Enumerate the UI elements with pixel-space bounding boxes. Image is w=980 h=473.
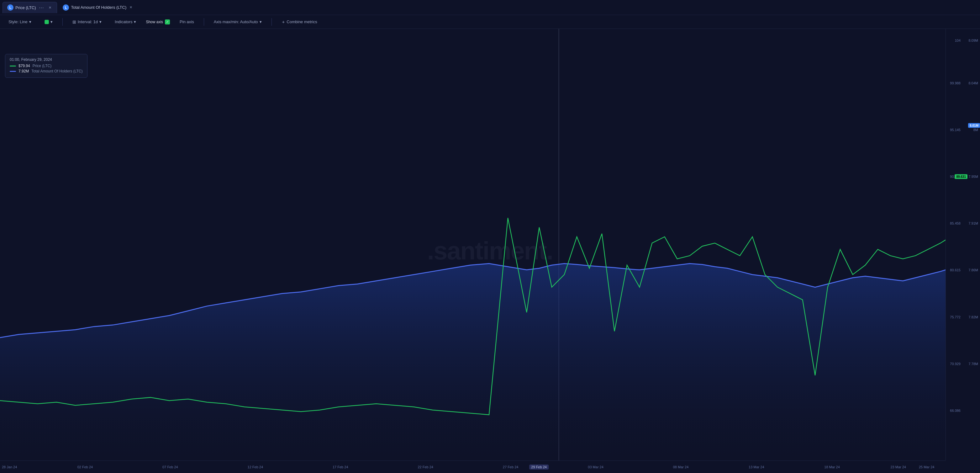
tooltip-holders-value: 7.92M	[19, 69, 29, 73]
show-axis-label: Show axis	[146, 20, 163, 24]
chart-tooltip: 01:00, February 29, 2024 $79.94 Price (L…	[5, 54, 88, 78]
x-axis-label: 28 Jan 24	[2, 465, 17, 469]
axis-label-left: 95.145	[950, 128, 961, 132]
interval-icon: ⊞	[72, 19, 76, 24]
tooltip-date: 01:00, February 29, 2024	[10, 57, 83, 62]
tab-label-price: Price (LTC)	[15, 5, 36, 10]
axis-label-left: 66.086	[950, 409, 961, 412]
axis-label-right: 8.04M	[969, 81, 978, 85]
indicators-dropdown[interactable]: Indicators ▾	[111, 18, 140, 26]
x-axis-label: 29 Feb 24	[529, 465, 549, 470]
tooltip-row-holders: 7.92M Total Amount Of Holders (LTC)	[10, 69, 83, 73]
chart-svg	[0, 29, 945, 460]
x-axis-label: 27 Feb 24	[503, 465, 519, 469]
x-axis-label: 02 Feb 24	[78, 465, 93, 469]
tab-icon-price: L	[7, 5, 13, 11]
checkmark-icon: ✓	[166, 20, 169, 24]
axis-label-left: 80.615	[950, 268, 961, 272]
right-axis: 10499.98895.14590.30285.45880.61575.7727…	[945, 29, 980, 460]
axis-label-left: 75.772	[950, 315, 961, 319]
combine-metrics-btn[interactable]: + Combine metrics	[278, 17, 321, 26]
x-axis-label: 22 Feb 24	[418, 465, 433, 469]
style-label: Style: Line	[8, 19, 28, 24]
chevron-down-icon-interval: ▾	[99, 19, 102, 24]
tab-close-holders[interactable]: ✕	[128, 5, 133, 10]
axis-label-left: 70.929	[950, 362, 961, 366]
chart-container: .santiment. 01:00, February 29, 2024 $79…	[0, 29, 980, 473]
axis-label-right: 7.91M	[969, 221, 978, 225]
tooltip-price-label: Price (LTC)	[33, 64, 51, 68]
tab-holders-ltc[interactable]: L Total Amount Of Holders (LTC) ✕	[58, 3, 138, 13]
chevron-down-icon-color: ▾	[51, 19, 52, 24]
axis-label-right: 7.95M	[969, 175, 978, 178]
tab-label-holders: Total Amount Of Holders (LTC)	[71, 5, 126, 10]
tooltip-row-price: $79.94 Price (LTC)	[10, 64, 83, 68]
interval-label: Interval: 1d	[78, 19, 98, 24]
show-axis-toggle[interactable]: Show axis ✓	[146, 19, 170, 24]
color-swatch-green	[45, 20, 49, 24]
tab-bar: L Price (LTC) ⋯ ✕ L Total Amount Of Hold…	[0, 0, 980, 15]
chevron-down-icon-indicators: ▾	[134, 19, 136, 24]
interval-dropdown[interactable]: ⊞ Interval: 1d ▾	[69, 18, 105, 26]
axis-label-left: 104	[955, 38, 961, 42]
legend-price-line	[10, 65, 16, 67]
tooltip-holders-label: Total Amount Of Holders (LTC)	[31, 69, 83, 73]
axis-maxmin-dropdown[interactable]: Axis max/min: Auto/Auto ▾	[210, 18, 265, 26]
chevron-down-icon-axis: ▾	[259, 19, 262, 24]
axis-label-left: 99.988	[950, 81, 961, 85]
pin-axis-label: Pin axis	[180, 19, 194, 24]
tab-price-ltc[interactable]: L Price (LTC) ⋯ ✕	[3, 2, 57, 13]
x-axis-label: 08 Mar 24	[673, 465, 689, 469]
tab-menu-icon[interactable]: ⋯	[38, 4, 45, 11]
style-dropdown[interactable]: Style: Line ▾	[5, 18, 35, 26]
indicators-label: Indicators	[115, 19, 132, 24]
combine-label: Combine metrics	[286, 19, 317, 24]
x-axis: 28 Jan 2402 Feb 2407 Feb 2412 Feb 2417 F…	[0, 460, 945, 473]
axis-badge-blue: 8.01M	[968, 123, 980, 128]
x-axis-label: 13 Mar 24	[749, 465, 764, 469]
x-axis-label: 07 Feb 24	[162, 465, 178, 469]
axis-badge-green: 89.631	[955, 174, 967, 179]
separator-1	[62, 18, 63, 26]
color-picker[interactable]: ▾	[41, 18, 56, 26]
tab-icon-holders: L	[63, 5, 69, 11]
axis-label-right: 8.09M	[969, 38, 978, 42]
x-axis-label: 25 Mar 24	[919, 465, 935, 469]
tooltip-price-value: $79.94	[19, 64, 30, 68]
axis-maxmin-label: Axis max/min: Auto/Auto	[214, 19, 258, 24]
axis-label-right: 7.86M	[969, 268, 978, 272]
axis-label-right: 7.78M	[969, 362, 978, 366]
axis-label-right: 8M	[974, 128, 978, 132]
x-axis-label: 18 Mar 24	[824, 465, 840, 469]
x-axis-label: 12 Feb 24	[248, 465, 263, 469]
toolbar: Style: Line ▾ ▾ ⊞ Interval: 1d ▾ Indicat…	[0, 15, 980, 29]
x-axis-label: 03 Mar 24	[588, 465, 603, 469]
pin-axis-btn[interactable]: Pin axis	[176, 18, 197, 26]
plus-icon: +	[282, 19, 285, 24]
legend-holders-line	[10, 71, 16, 72]
chevron-down-icon: ▾	[29, 19, 31, 24]
right-axis-inner: 10499.98895.14590.30285.45880.61575.7727…	[946, 32, 980, 457]
x-axis-label: 17 Feb 24	[332, 465, 348, 469]
tab-close-price[interactable]: ✕	[47, 5, 52, 10]
axis-label-left: 85.458	[950, 221, 961, 225]
show-axis-checkbox[interactable]: ✓	[165, 19, 170, 24]
x-axis-label: 23 Mar 24	[890, 465, 906, 469]
holders-area	[0, 263, 945, 460]
axis-label-right: 7.82M	[969, 315, 978, 319]
